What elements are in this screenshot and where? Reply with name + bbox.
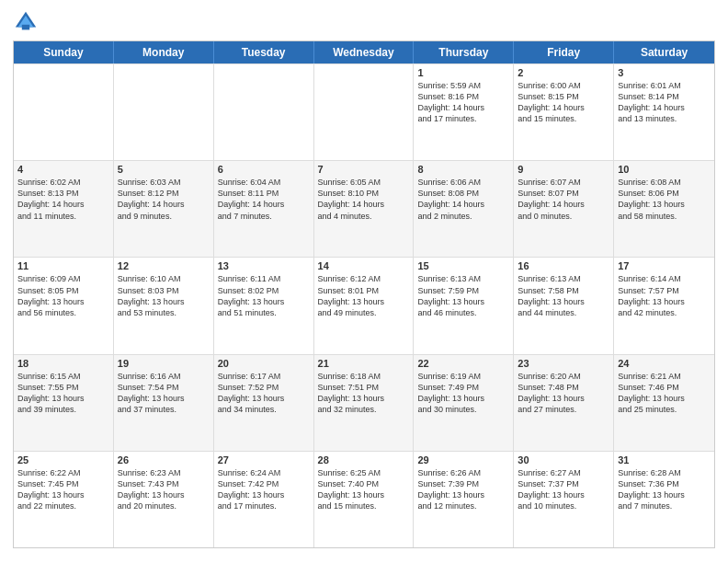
day-info: Sunrise: 6:03 AM Sunset: 8:12 PM Dayligh… bbox=[118, 177, 210, 222]
calendar-cell: 3Sunrise: 6:01 AM Sunset: 8:14 PM Daylig… bbox=[614, 64, 714, 160]
calendar-cell: 30Sunrise: 6:27 AM Sunset: 7:37 PM Dayli… bbox=[514, 452, 614, 547]
logo bbox=[13, 9, 42, 35]
calendar-cell: 15Sunrise: 6:13 AM Sunset: 7:59 PM Dayli… bbox=[414, 258, 514, 353]
day-info: Sunrise: 6:06 AM Sunset: 8:08 PM Dayligh… bbox=[417, 177, 509, 222]
calendar-cell: 14Sunrise: 6:12 AM Sunset: 8:01 PM Dayli… bbox=[314, 258, 415, 353]
calendar-cell bbox=[314, 64, 415, 160]
calendar-row-3: 11Sunrise: 6:09 AM Sunset: 8:05 PM Dayli… bbox=[14, 257, 714, 353]
day-info: Sunrise: 6:01 AM Sunset: 8:14 PM Dayligh… bbox=[618, 80, 711, 125]
header-day-saturday: Saturday bbox=[614, 41, 714, 63]
day-info: Sunrise: 6:20 AM Sunset: 7:48 PM Dayligh… bbox=[518, 371, 609, 416]
calendar-cell: 11Sunrise: 6:09 AM Sunset: 8:05 PM Dayli… bbox=[14, 258, 114, 353]
day-number: 27 bbox=[218, 454, 310, 465]
calendar-row-1: 1Sunrise: 5:59 AM Sunset: 8:16 PM Daylig… bbox=[14, 63, 714, 160]
day-info: Sunrise: 6:25 AM Sunset: 7:40 PM Dayligh… bbox=[318, 467, 410, 512]
day-info: Sunrise: 5:59 AM Sunset: 8:16 PM Dayligh… bbox=[417, 80, 509, 125]
calendar-row-2: 4Sunrise: 6:02 AM Sunset: 8:13 PM Daylig… bbox=[14, 160, 714, 257]
day-number: 28 bbox=[318, 454, 410, 465]
calendar-cell: 29Sunrise: 6:26 AM Sunset: 7:39 PM Dayli… bbox=[414, 452, 514, 547]
day-info: Sunrise: 6:21 AM Sunset: 7:46 PM Dayligh… bbox=[618, 371, 711, 416]
day-number: 30 bbox=[518, 454, 609, 465]
day-info: Sunrise: 6:13 AM Sunset: 7:58 PM Dayligh… bbox=[518, 273, 609, 318]
svg-rect-2 bbox=[22, 25, 29, 30]
calendar-cell bbox=[14, 64, 114, 160]
calendar-cell: 13Sunrise: 6:11 AM Sunset: 8:02 PM Dayli… bbox=[214, 258, 314, 353]
calendar-cell: 19Sunrise: 6:16 AM Sunset: 7:54 PM Dayli… bbox=[114, 355, 214, 451]
day-number: 18 bbox=[17, 358, 109, 369]
header-day-thursday: Thursday bbox=[414, 41, 514, 63]
day-number: 6 bbox=[218, 164, 310, 175]
day-number: 21 bbox=[318, 358, 410, 369]
day-number: 16 bbox=[518, 260, 609, 271]
day-number: 2 bbox=[518, 67, 609, 78]
calendar-cell: 21Sunrise: 6:18 AM Sunset: 7:51 PM Dayli… bbox=[314, 355, 415, 451]
calendar-body: 1Sunrise: 5:59 AM Sunset: 8:16 PM Daylig… bbox=[14, 63, 714, 547]
calendar-cell bbox=[114, 64, 214, 160]
calendar-row-4: 18Sunrise: 6:15 AM Sunset: 7:55 PM Dayli… bbox=[14, 354, 714, 451]
calendar-cell: 5Sunrise: 6:03 AM Sunset: 8:12 PM Daylig… bbox=[114, 161, 214, 257]
header-day-tuesday: Tuesday bbox=[214, 41, 314, 63]
day-info: Sunrise: 6:10 AM Sunset: 8:03 PM Dayligh… bbox=[118, 273, 210, 318]
page: SundayMondayTuesdayWednesdayThursdayFrid… bbox=[0, 0, 728, 563]
day-number: 24 bbox=[618, 358, 711, 369]
calendar-cell: 9Sunrise: 6:07 AM Sunset: 8:07 PM Daylig… bbox=[514, 161, 614, 257]
header-day-sunday: Sunday bbox=[14, 41, 114, 63]
calendar-cell: 2Sunrise: 6:00 AM Sunset: 8:15 PM Daylig… bbox=[514, 64, 614, 160]
calendar-cell: 20Sunrise: 6:17 AM Sunset: 7:52 PM Dayli… bbox=[214, 355, 314, 451]
calendar-cell: 31Sunrise: 6:28 AM Sunset: 7:36 PM Dayli… bbox=[614, 452, 714, 547]
day-number: 17 bbox=[618, 260, 711, 271]
day-info: Sunrise: 6:26 AM Sunset: 7:39 PM Dayligh… bbox=[417, 467, 509, 512]
day-number: 5 bbox=[118, 164, 210, 175]
day-info: Sunrise: 6:23 AM Sunset: 7:43 PM Dayligh… bbox=[118, 467, 210, 512]
day-info: Sunrise: 6:19 AM Sunset: 7:49 PM Dayligh… bbox=[417, 371, 509, 416]
day-info: Sunrise: 6:18 AM Sunset: 7:51 PM Dayligh… bbox=[318, 371, 410, 416]
day-info: Sunrise: 6:22 AM Sunset: 7:45 PM Dayligh… bbox=[17, 467, 109, 512]
calendar-cell: 22Sunrise: 6:19 AM Sunset: 7:49 PM Dayli… bbox=[414, 355, 514, 451]
day-info: Sunrise: 6:24 AM Sunset: 7:42 PM Dayligh… bbox=[218, 467, 310, 512]
day-info: Sunrise: 6:12 AM Sunset: 8:01 PM Dayligh… bbox=[318, 273, 410, 318]
calendar-cell: 10Sunrise: 6:08 AM Sunset: 8:06 PM Dayli… bbox=[614, 161, 714, 257]
day-number: 15 bbox=[417, 260, 509, 271]
calendar-cell: 7Sunrise: 6:05 AM Sunset: 8:10 PM Daylig… bbox=[314, 161, 415, 257]
day-number: 3 bbox=[618, 67, 711, 78]
calendar-cell: 28Sunrise: 6:25 AM Sunset: 7:40 PM Dayli… bbox=[314, 452, 415, 547]
calendar-cell: 26Sunrise: 6:23 AM Sunset: 7:43 PM Dayli… bbox=[114, 452, 214, 547]
calendar-cell bbox=[214, 64, 314, 160]
day-number: 25 bbox=[17, 454, 109, 465]
day-number: 10 bbox=[618, 164, 711, 175]
day-number: 11 bbox=[17, 260, 109, 271]
day-number: 7 bbox=[318, 164, 410, 175]
calendar-cell: 12Sunrise: 6:10 AM Sunset: 8:03 PM Dayli… bbox=[114, 258, 214, 353]
day-info: Sunrise: 6:16 AM Sunset: 7:54 PM Dayligh… bbox=[118, 371, 210, 416]
header bbox=[13, 9, 715, 35]
calendar-cell: 25Sunrise: 6:22 AM Sunset: 7:45 PM Dayli… bbox=[14, 452, 114, 547]
day-number: 26 bbox=[118, 454, 210, 465]
calendar: SundayMondayTuesdayWednesdayThursdayFrid… bbox=[13, 40, 715, 548]
calendar-cell: 8Sunrise: 6:06 AM Sunset: 8:08 PM Daylig… bbox=[414, 161, 514, 257]
calendar-cell: 6Sunrise: 6:04 AM Sunset: 8:11 PM Daylig… bbox=[214, 161, 314, 257]
logo-icon bbox=[13, 9, 39, 35]
calendar-cell: 17Sunrise: 6:14 AM Sunset: 7:57 PM Dayli… bbox=[614, 258, 714, 353]
day-number: 31 bbox=[618, 454, 711, 465]
calendar-cell: 27Sunrise: 6:24 AM Sunset: 7:42 PM Dayli… bbox=[214, 452, 314, 547]
day-info: Sunrise: 6:05 AM Sunset: 8:10 PM Dayligh… bbox=[318, 177, 410, 222]
calendar-cell: 16Sunrise: 6:13 AM Sunset: 7:58 PM Dayli… bbox=[514, 258, 614, 353]
day-info: Sunrise: 6:00 AM Sunset: 8:15 PM Dayligh… bbox=[518, 80, 609, 125]
day-info: Sunrise: 6:27 AM Sunset: 7:37 PM Dayligh… bbox=[518, 467, 609, 512]
day-number: 29 bbox=[417, 454, 509, 465]
day-info: Sunrise: 6:14 AM Sunset: 7:57 PM Dayligh… bbox=[618, 273, 711, 318]
day-number: 19 bbox=[118, 358, 210, 369]
calendar-cell: 24Sunrise: 6:21 AM Sunset: 7:46 PM Dayli… bbox=[614, 355, 714, 451]
day-number: 20 bbox=[218, 358, 310, 369]
day-number: 22 bbox=[417, 358, 509, 369]
calendar-header: SundayMondayTuesdayWednesdayThursdayFrid… bbox=[14, 41, 714, 63]
day-number: 14 bbox=[318, 260, 410, 271]
day-info: Sunrise: 6:04 AM Sunset: 8:11 PM Dayligh… bbox=[218, 177, 310, 222]
day-number: 1 bbox=[417, 67, 509, 78]
day-info: Sunrise: 6:08 AM Sunset: 8:06 PM Dayligh… bbox=[618, 177, 711, 222]
day-info: Sunrise: 6:09 AM Sunset: 8:05 PM Dayligh… bbox=[17, 273, 109, 318]
header-day-wednesday: Wednesday bbox=[314, 41, 415, 63]
calendar-cell: 1Sunrise: 5:59 AM Sunset: 8:16 PM Daylig… bbox=[414, 64, 514, 160]
day-info: Sunrise: 6:02 AM Sunset: 8:13 PM Dayligh… bbox=[17, 177, 109, 222]
day-number: 12 bbox=[118, 260, 210, 271]
